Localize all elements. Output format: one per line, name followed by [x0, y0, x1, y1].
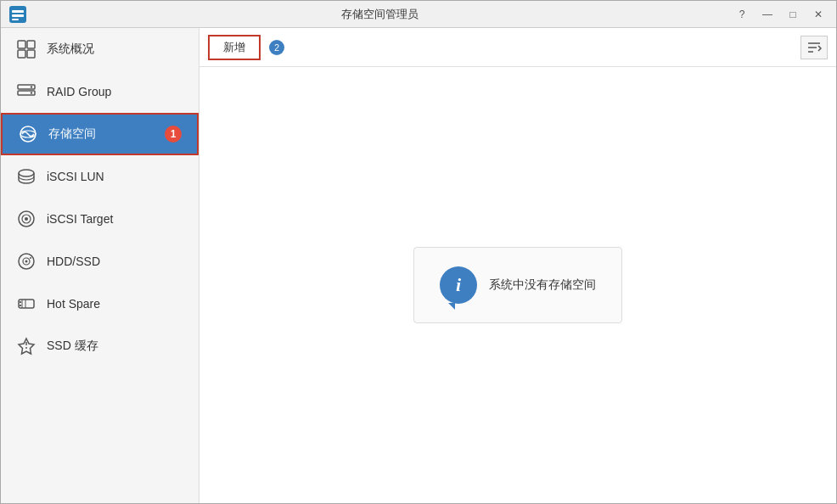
toolbar-right [800, 36, 828, 59]
svg-point-21 [30, 257, 31, 259]
toolbar-left: 新增 2 [208, 35, 284, 60]
sidebar-item-hot-spare[interactable]: Hot Spare [1, 283, 199, 325]
svg-point-10 [31, 86, 32, 87]
svg-rect-1 [12, 10, 24, 13]
svg-rect-26 [20, 305, 21, 306]
sidebar-item-raid-group[interactable]: RAID Group [1, 70, 199, 113]
svg-point-11 [31, 92, 32, 93]
sidebar-item-label-iscsi-lun: iSCSI LUN [47, 170, 183, 183]
dashboard-icon [16, 39, 37, 59]
sidebar-item-system-overview[interactable]: 系统概况 [1, 28, 199, 70]
sidebar-item-label-storage-space: 存储空间 [48, 126, 154, 142]
toolbar: 新增 2 [199, 28, 836, 67]
sidebar-item-label-system-overview: 系统概况 [47, 42, 183, 57]
sidebar-item-label-hdd-ssd: HDD/SSD [47, 255, 183, 268]
raid-icon [16, 81, 37, 102]
sidebar-item-label-raid-group: RAID Group [47, 85, 183, 98]
svg-rect-6 [18, 50, 25, 58]
svg-rect-22 [19, 300, 34, 308]
svg-rect-4 [18, 41, 25, 48]
storage-icon [18, 124, 38, 144]
lun-icon [16, 166, 37, 187]
svg-point-17 [25, 217, 28, 221]
svg-point-20 [25, 260, 28, 263]
svg-point-14 [19, 170, 34, 176]
maximize-button[interactable]: □ [784, 7, 802, 22]
sidebar-item-ssd-cache[interactable]: SSD 缓存 [1, 325, 199, 367]
sidebar-item-hdd-ssd[interactable]: HDD/SSD [1, 240, 199, 283]
info-icon: i [440, 266, 477, 304]
sidebar: 系统概况 RAID Group [1, 28, 199, 503]
sidebar-item-label-ssd-cache: SSD 缓存 [47, 339, 183, 354]
storage-space-badge: 1 [165, 126, 182, 143]
window-controls: ? — □ ✕ [733, 7, 828, 22]
sort-button[interactable] [800, 36, 828, 59]
svg-rect-3 [12, 19, 19, 20]
sidebar-item-iscsi-lun[interactable]: iSCSI LUN [1, 155, 199, 198]
minimize-button[interactable]: — [758, 7, 777, 22]
help-button[interactable]: ? [733, 7, 751, 22]
svg-marker-27 [19, 339, 34, 354]
svg-rect-2 [12, 14, 24, 17]
hotspare-icon [16, 294, 37, 314]
sidebar-item-label-iscsi-target: iSCSI Target [47, 212, 183, 226]
target-icon [16, 209, 37, 229]
sidebar-item-storage-space[interactable]: 存储空间 1 [1, 113, 199, 155]
window-title: 存储空间管理员 [26, 7, 733, 22]
svg-rect-7 [27, 50, 35, 58]
empty-state: i 系统中没有存储空间 [413, 247, 622, 323]
svg-point-29 [25, 347, 27, 349]
content-body: i 系统中没有存储空间 [199, 67, 836, 503]
titlebar: 存储空间管理员 ? — □ ✕ [1, 1, 836, 28]
close-button[interactable]: ✕ [809, 7, 828, 22]
sidebar-item-label-hot-spare: Hot Spare [47, 297, 183, 311]
svg-rect-25 [20, 301, 21, 303]
new-button[interactable]: 新增 [208, 35, 261, 60]
svg-rect-5 [27, 41, 35, 48]
ssdcache-icon [16, 336, 37, 356]
empty-message: 系统中没有存储空间 [489, 277, 596, 293]
new-badge: 2 [269, 40, 284, 55]
app-logo [9, 6, 26, 23]
hdd-icon [16, 251, 37, 272]
main-layout: 系统概况 RAID Group [1, 28, 836, 503]
content-area: 新增 2 i 系统中没 [199, 28, 836, 503]
sidebar-item-iscsi-target[interactable]: iSCSI Target [1, 198, 199, 240]
